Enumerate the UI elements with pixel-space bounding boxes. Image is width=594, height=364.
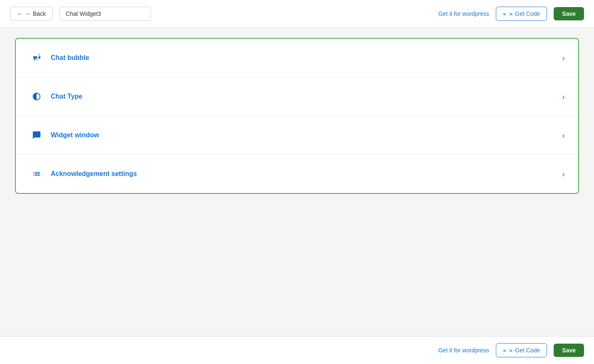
chevron-right-icon-2: › xyxy=(562,92,565,102)
get-wordpress-link[interactable]: Get it for wordpress xyxy=(438,10,489,17)
chat-type-label: Chat Type xyxy=(51,93,562,100)
get-code-label-bottom: Get Code xyxy=(515,347,540,354)
chevron-right-icon-1: › xyxy=(562,53,565,63)
acknowledgement-settings-label: Acknowledgement settings xyxy=(51,170,562,178)
bottom-bar: Get it for wordpress < > Get Code Save xyxy=(0,336,594,364)
back-arrow-icon: ← xyxy=(17,10,23,17)
back-label: ← Back xyxy=(25,10,46,17)
settings-panel: Chat bubble › Chat Type › Widget window … xyxy=(15,38,579,194)
chevron-right-icon-4: › xyxy=(562,169,565,179)
save-button-top[interactable]: Save xyxy=(554,7,584,20)
chat-bubble-label: Chat bubble xyxy=(51,54,562,62)
top-bar: ← ← Back Get it for wordpress < > Get Co… xyxy=(0,0,594,28)
list-icon xyxy=(29,166,44,181)
megaphone-icon xyxy=(29,50,44,65)
back-button[interactable]: ← ← Back xyxy=(10,7,53,21)
chevron-right-icon-3: › xyxy=(562,131,565,140)
main-content: Chat bubble › Chat Type › Widget window … xyxy=(0,28,594,336)
code-brackets-icon-bottom: < > xyxy=(503,347,512,354)
widget-window-label: Widget window xyxy=(51,131,562,139)
get-code-label: Get Code xyxy=(515,10,540,17)
chat-type-row[interactable]: Chat Type › xyxy=(16,77,578,116)
get-code-button[interactable]: < > Get Code xyxy=(496,7,547,21)
get-wordpress-link-bottom[interactable]: Get it for wordpress xyxy=(438,347,489,354)
widget-title-input[interactable] xyxy=(59,7,151,21)
acknowledgement-settings-row[interactable]: Acknowledgement settings › xyxy=(16,155,578,193)
chat-window-icon xyxy=(29,128,44,143)
contrast-icon xyxy=(29,89,44,104)
save-button-bottom[interactable]: Save xyxy=(554,344,584,357)
get-code-button-bottom[interactable]: < > Get Code xyxy=(496,343,547,357)
chat-bubble-row[interactable]: Chat bubble › xyxy=(16,39,578,77)
code-brackets-icon: < > xyxy=(503,11,512,17)
widget-window-row[interactable]: Widget window › xyxy=(16,116,578,155)
